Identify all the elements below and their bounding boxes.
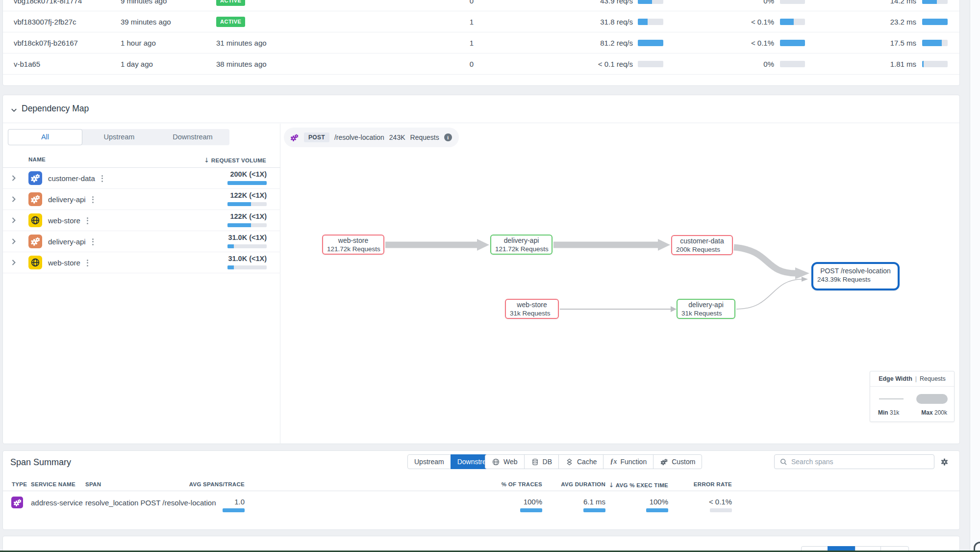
latency-bar bbox=[922, 19, 948, 25]
request-volume-bar bbox=[227, 265, 267, 269]
map-node-customer-data[interactable]: customer-data 200k Requests bbox=[671, 235, 733, 255]
column-header-request-volume[interactable]: ↓ REQUEST VOLUME bbox=[204, 157, 266, 164]
request-rate-bar bbox=[638, 0, 663, 4]
deployment-time: 1 hour ago bbox=[121, 32, 156, 53]
settings-gear-icon[interactable] bbox=[940, 457, 949, 467]
deployment-row[interactable]: v-b1a65 1 day ago 38 minutes ago 0 < 0.1… bbox=[3, 53, 959, 75]
request-rate-bar bbox=[638, 61, 663, 67]
request-volume-value: 31.0K (<1X) bbox=[228, 234, 267, 241]
divider bbox=[3, 491, 959, 491]
pct-traces-bar bbox=[520, 508, 542, 512]
web-globe-icon bbox=[28, 256, 42, 269]
col-service-name[interactable]: SERVICE NAME bbox=[31, 481, 75, 487]
service-name[interactable]: delivery-api bbox=[48, 195, 86, 204]
error-count: 1 bbox=[425, 32, 474, 53]
globe-icon bbox=[492, 458, 500, 466]
deployment-version: v-b1a65 bbox=[14, 53, 40, 75]
span-service-name[interactable]: address-service bbox=[31, 499, 83, 507]
legend-unit: Requests bbox=[920, 375, 946, 382]
legend-title: Edge Width bbox=[879, 375, 912, 382]
kebab-menu-icon[interactable] bbox=[91, 194, 95, 205]
kebab-menu-icon[interactable] bbox=[91, 237, 95, 247]
avg-spans-trace-value: 1.0 bbox=[147, 498, 245, 506]
tab-downstream[interactable]: Downstream bbox=[156, 129, 229, 145]
tab-all[interactable]: All bbox=[8, 129, 82, 145]
error-rate-bar bbox=[710, 508, 732, 512]
error-rate-bar bbox=[780, 40, 805, 46]
upstream-button[interactable]: Upstream bbox=[407, 454, 451, 469]
chevron-right-icon[interactable] bbox=[10, 174, 18, 182]
deployment-time: 1 day ago bbox=[121, 53, 153, 75]
section-title: Dependency Map bbox=[22, 104, 89, 114]
request-rate-bar bbox=[638, 40, 663, 46]
filter-custom-button[interactable]: Custom bbox=[653, 454, 702, 469]
deployment-version: vbf18ck07fj-b26167 bbox=[14, 32, 78, 53]
map-node-delivery-api[interactable]: delivery-api 121.72k Requests bbox=[490, 235, 553, 255]
error-count: 1 bbox=[425, 11, 474, 32]
status-badge: ACTIVE bbox=[216, 17, 245, 27]
filter-web-button[interactable]: Web bbox=[485, 454, 525, 469]
latency: 1.81 ms bbox=[844, 53, 916, 75]
deployment-ended-time: 31 minutes ago bbox=[216, 32, 267, 53]
service-list-item[interactable]: delivery-api 31.0K (<1X) bbox=[3, 231, 280, 252]
error-rate: 0% bbox=[702, 0, 774, 11]
deployments-table-card: vbg18ck071k-8f1774 9 minutes ago ACTIVE … bbox=[2, 0, 960, 86]
kebab-menu-icon[interactable] bbox=[100, 173, 104, 184]
deployment-time: 39 minutes ago bbox=[121, 11, 171, 32]
kebab-menu-icon[interactable] bbox=[85, 258, 90, 268]
column-header-name[interactable]: NAME bbox=[28, 157, 46, 162]
direction-tabs: All Upstream Downstream bbox=[8, 129, 229, 145]
deployment-time: 9 minutes ago bbox=[121, 0, 167, 11]
filter-db-button[interactable]: DB bbox=[524, 454, 559, 469]
service-gears-icon bbox=[28, 235, 42, 248]
dependency-map-canvas: POST /resolve-location 243K Requests i bbox=[281, 124, 960, 444]
request-volume-bar bbox=[227, 202, 267, 206]
cache-icon bbox=[565, 458, 574, 466]
service-list-item[interactable]: web-store 122K (<1X) bbox=[3, 210, 280, 231]
chevron-right-icon[interactable] bbox=[10, 216, 18, 224]
span-summary-title: Span Summary bbox=[10, 457, 71, 468]
filter-function-button[interactable]: ƒx Function bbox=[603, 454, 653, 469]
map-node-delivery-api-31k[interactable]: delivery-api 31k Requests bbox=[677, 299, 735, 319]
custom-span-type-icon bbox=[11, 497, 23, 508]
filter-cache-button[interactable]: Cache bbox=[558, 454, 603, 469]
service-list-item[interactable]: delivery-api 122K (<1X) bbox=[3, 189, 280, 210]
col-error-rate[interactable]: ERROR RATE bbox=[634, 481, 732, 487]
request-rate: 43.9 req/s bbox=[559, 0, 633, 11]
request-volume-bar bbox=[227, 223, 267, 227]
request-rate: < 0.1 req/s bbox=[559, 53, 633, 75]
latency-bar bbox=[922, 0, 948, 4]
request-rate: 31.8 req/s bbox=[559, 11, 633, 32]
deployment-row[interactable]: vbf183007fj-2fb27c 39 minutes ago ACTIVE… bbox=[3, 11, 959, 32]
chevron-right-icon[interactable] bbox=[10, 259, 18, 266]
search-spans-input[interactable] bbox=[791, 458, 929, 466]
service-list-item[interactable]: customer-data 200K (<1X) bbox=[3, 168, 280, 189]
map-node-post-resolve-location[interactable]: POST /resolve-location 243.39k Requests bbox=[811, 262, 900, 290]
col-avg-spans-trace[interactable]: AVG SPANS/TRACE bbox=[147, 481, 245, 487]
sort-descending-icon: ↓ bbox=[204, 157, 209, 164]
error-rate: < 0.1% bbox=[702, 11, 774, 32]
tab-upstream[interactable]: Upstream bbox=[82, 129, 156, 145]
deployment-row[interactable]: vbg18ck071k-8f1774 9 minutes ago ACTIVE … bbox=[3, 0, 959, 11]
service-gears-icon bbox=[28, 192, 42, 206]
service-name[interactable]: web-store bbox=[48, 216, 80, 225]
web-globe-icon bbox=[28, 213, 42, 227]
service-name[interactable]: customer-data bbox=[48, 174, 95, 183]
kebab-menu-icon[interactable] bbox=[85, 215, 90, 226]
error-count: 0 bbox=[425, 0, 474, 11]
apm-service-page: vbg18ck071k-8f1774 9 minutes ago ACTIVE … bbox=[0, 0, 980, 552]
deployment-row[interactable]: vbf18ck07fj-b26167 1 hour ago 31 minutes… bbox=[3, 32, 959, 53]
error-rate: 0% bbox=[702, 53, 774, 75]
chevron-right-icon[interactable] bbox=[10, 195, 18, 203]
chevron-down-icon[interactable] bbox=[10, 106, 18, 114]
service-list-item[interactable]: web-store 31.0K (<1X) bbox=[3, 252, 280, 273]
col-span[interactable]: SPAN bbox=[85, 481, 101, 487]
span-summary-card: Span Summary Upstream Downstream Web DB … bbox=[2, 450, 960, 530]
map-node-web-store-31k[interactable]: web-store 31k Requests bbox=[505, 299, 559, 319]
chevron-right-icon[interactable] bbox=[10, 237, 18, 245]
service-name[interactable]: web-store bbox=[48, 259, 80, 267]
map-node-web-store[interactable]: web-store 121.72k Requests bbox=[322, 235, 384, 255]
col-type[interactable]: TYPE bbox=[12, 481, 27, 487]
latency-bar bbox=[922, 61, 948, 67]
service-name[interactable]: delivery-api bbox=[48, 237, 86, 246]
